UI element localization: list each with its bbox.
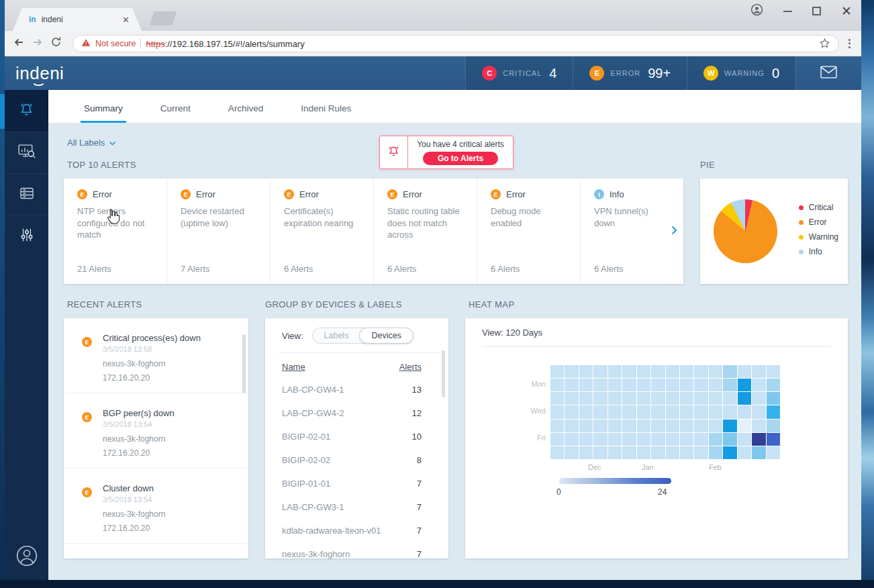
- top-alert-card[interactable]: EErrorDebug mode enabled6 Alerts: [477, 179, 580, 284]
- maximize-icon[interactable]: [812, 7, 821, 15]
- device-row[interactable]: BIGIP-02-0110: [282, 425, 422, 448]
- top-alert-card[interactable]: EErrorStatic routing table does not matc…: [373, 179, 477, 284]
- heatmap-cell[interactable]: [694, 433, 708, 446]
- heatmap-cell[interactable]: [622, 392, 636, 405]
- mail-button[interactable]: [795, 56, 861, 90]
- heatmap-cell[interactable]: [666, 379, 679, 391]
- heatmap-cell[interactable]: [680, 446, 693, 459]
- heatmap-cell[interactable]: [680, 420, 693, 432]
- heatmap-cell[interactable]: [593, 392, 607, 405]
- heatmap-cell[interactable]: [709, 433, 722, 446]
- heatmap-cell[interactable]: [637, 446, 650, 459]
- heatmap-cell[interactable]: [579, 420, 593, 432]
- heatmap-cell[interactable]: [622, 446, 636, 459]
- heatmap-cell[interactable]: [738, 365, 751, 378]
- sidebar-item-settings[interactable]: [5, 215, 48, 256]
- tab-archived[interactable]: Archived: [227, 103, 265, 123]
- heatmap-cell[interactable]: [593, 446, 607, 459]
- heatmap-cell[interactable]: [767, 420, 780, 432]
- heatmap-cell[interactable]: [550, 420, 564, 432]
- not-secure-label[interactable]: Not secure: [95, 39, 136, 48]
- heatmap-cell[interactable]: [637, 420, 650, 432]
- refresh-icon[interactable]: [50, 36, 62, 50]
- heatmap-cell[interactable]: [579, 379, 593, 391]
- heatmap-cell[interactable]: [694, 365, 708, 378]
- heatmap-cell[interactable]: [637, 365, 650, 378]
- device-row[interactable]: LAB-CP-GW3-17: [282, 495, 422, 519]
- heatmap-cell[interactable]: [622, 379, 636, 391]
- heatmap-cell[interactable]: [608, 365, 622, 378]
- heatmap-cell[interactable]: [723, 379, 736, 391]
- tab-summary[interactable]: Summary: [83, 103, 124, 123]
- heatmap-cell[interactable]: [767, 405, 780, 418]
- heatmap-cell[interactable]: [565, 420, 578, 432]
- heatmap-cell[interactable]: [767, 365, 780, 378]
- top-alert-card[interactable]: EErrorCertificate(s) expiration nearing6…: [270, 179, 373, 284]
- badge-error[interactable]: EERROR99+: [573, 56, 687, 90]
- heatmap-cell[interactable]: [593, 420, 607, 432]
- device-row[interactable]: LAB-CP-GW4-212: [282, 401, 422, 425]
- heatmap-cell[interactable]: [680, 392, 693, 405]
- top-alert-card[interactable]: IInfoVPN tunnel(s) down6 Alerts: [580, 179, 683, 284]
- heatmap-cell[interactable]: [622, 420, 636, 432]
- sidebar-item-alerts[interactable]: [5, 90, 48, 132]
- heatmap-cell[interactable]: [723, 365, 736, 378]
- heatmap-cell[interactable]: [680, 379, 693, 391]
- heatmap-cell[interactable]: [550, 379, 564, 391]
- heatmap-cell[interactable]: [666, 392, 679, 405]
- tab-indeni-rules[interactable]: Indeni Rules: [299, 103, 352, 123]
- heatmap-cell[interactable]: [723, 405, 736, 418]
- heatmap-cell[interactable]: [608, 446, 622, 459]
- heatmap-cell[interactable]: [565, 379, 578, 391]
- heatmap-cell[interactable]: [767, 446, 780, 459]
- heatmap-cell[interactable]: [651, 433, 665, 446]
- group-by-scrollbar[interactable]: [442, 350, 445, 397]
- heatmap-cell[interactable]: [752, 365, 765, 378]
- profile-icon[interactable]: [750, 3, 763, 19]
- heatmap-cell[interactable]: [579, 392, 593, 405]
- heatmap-cell[interactable]: [550, 446, 564, 459]
- indeni-logo[interactable]: indeni: [5, 63, 64, 84]
- tab-stub[interactable]: [150, 11, 177, 26]
- heatmap-cell[interactable]: [709, 405, 722, 418]
- heatmap-cell[interactable]: [579, 446, 593, 459]
- heatmap-cell[interactable]: [593, 365, 607, 378]
- heatmap-cell[interactable]: [694, 379, 708, 391]
- heatmap-cell[interactable]: [608, 433, 622, 446]
- heatmap-cell[interactable]: [637, 433, 650, 446]
- recent-scrollbar[interactable]: [242, 334, 246, 393]
- heatmap-cell[interactable]: [666, 420, 679, 432]
- minimize-icon[interactable]: [783, 11, 792, 12]
- device-row[interactable]: LAB-CP-GW4-113: [282, 378, 422, 401]
- pie-chart[interactable]: [714, 199, 777, 263]
- device-row[interactable]: nexus-3k-foghorn7: [282, 542, 422, 566]
- heatmap-cell[interactable]: [752, 446, 765, 459]
- heatmap-cell[interactable]: [723, 433, 736, 446]
- heatmap-cell[interactable]: [694, 420, 708, 432]
- top-alert-card[interactable]: EErrorNTP servers configured do not matc…: [64, 179, 166, 284]
- heatmap-cell[interactable]: [738, 405, 751, 418]
- heatmap-cell[interactable]: [651, 392, 665, 405]
- heatmap-cell[interactable]: [709, 379, 722, 391]
- badge-warning[interactable]: WWARNING0: [687, 56, 795, 90]
- recent-alert-item[interactable]: EBGP peer(s) down3/5/2018 13:54nexus-3k-…: [64, 393, 248, 469]
- menu-dots-icon[interactable]: [846, 39, 853, 48]
- close-icon[interactable]: ✕: [841, 7, 852, 15]
- sidebar-profile-button[interactable]: [5, 544, 48, 571]
- toggle-devices[interactable]: Devices: [359, 328, 413, 344]
- device-row[interactable]: BIGIP-01-017: [282, 472, 422, 495]
- go-to-alerts-button[interactable]: Go to Alerts: [423, 152, 498, 165]
- heatmap-cell[interactable]: [565, 446, 578, 459]
- heatmap-cell[interactable]: [752, 379, 765, 391]
- browser-tab[interactable]: in indeni ✕: [13, 8, 142, 31]
- heatmap-cell[interactable]: [666, 446, 679, 459]
- recent-alert-item[interactable]: ECritical process(es) down3/5/2018 13:58…: [64, 318, 248, 393]
- heatmap-cell[interactable]: [723, 392, 736, 405]
- heatmap-cell[interactable]: [608, 379, 622, 391]
- device-row[interactable]: kdlab-radwarea-lteon-v017: [282, 519, 422, 542]
- heatmap-cell[interactable]: [709, 446, 722, 459]
- sidebar-item-devices[interactable]: [5, 173, 48, 215]
- heatmap-cell[interactable]: [666, 433, 679, 446]
- forward-icon[interactable]: [32, 36, 44, 51]
- heatmap-cell[interactable]: [694, 392, 708, 405]
